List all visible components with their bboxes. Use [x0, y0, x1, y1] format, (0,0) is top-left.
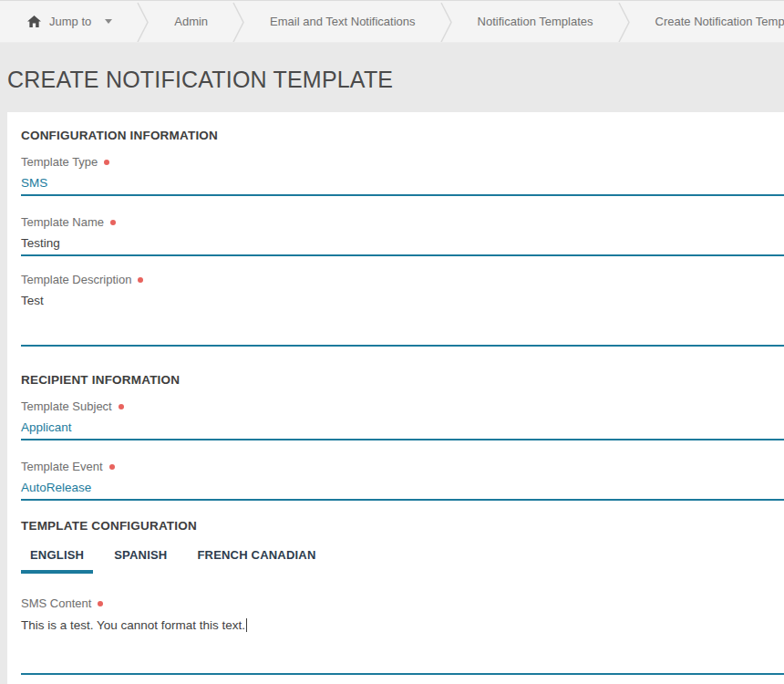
required-indicator — [110, 220, 116, 225]
template-description-textarea[interactable]: Test — [21, 294, 784, 347]
chevron-separator-icon — [617, 1, 632, 42]
breadcrumb-item-notification-templates[interactable]: Notification Templates — [454, 1, 617, 42]
template-name-label: Template Name — [21, 215, 784, 229]
template-type-select[interactable]: SMS — [21, 176, 784, 196]
required-indicator — [98, 601, 103, 606]
required-indicator — [119, 404, 124, 409]
tab-french-canadian[interactable]: FRENCH CANADIAN — [188, 548, 325, 574]
breadcrumb-item-admin[interactable]: Admin — [150, 1, 232, 42]
breadcrumb: Jump to Admin Email and Text Notificatio… — [0, 0, 784, 43]
sms-content-label: SMS Content — [21, 596, 784, 610]
chevron-separator-icon — [136, 1, 150, 42]
form-card: CONFIGURATION INFORMATION Template Type … — [7, 112, 784, 684]
sms-content-textarea[interactable]: This is a test. You cannot format this t… — [21, 618, 784, 675]
chevron-separator-icon — [232, 1, 246, 42]
tab-spanish[interactable]: SPANISH — [105, 548, 176, 574]
template-description-label: Template Description — [21, 273, 784, 286]
required-indicator — [109, 464, 115, 470]
home-icon — [27, 16, 41, 28]
page-title: CREATE NOTIFICATION TEMPLATE — [7, 67, 784, 93]
section-heading-configuration-information: CONFIGURATION INFORMATION — [21, 129, 784, 142]
required-indicator — [138, 277, 143, 283]
breadcrumb-item-email-and-text-notifications[interactable]: Email and Text Notifications — [246, 1, 438, 42]
section-heading-recipient-information: RECIPIENT INFORMATION — [21, 373, 784, 387]
template-name-input[interactable]: Testing — [21, 236, 784, 256]
language-tabs: ENGLISH SPANISH FRENCH CANADIAN — [21, 548, 784, 574]
template-event-label: Template Event — [21, 460, 784, 473]
chevron-separator-icon — [439, 1, 454, 42]
caret-down-icon — [105, 19, 112, 24]
template-type-label: Template Type — [21, 155, 784, 169]
tab-english[interactable]: ENGLISH — [21, 548, 93, 574]
page-header: CREATE NOTIFICATION TEMPLATE — [0, 43, 784, 112]
breadcrumb-item-create-notification-template: Create Notification Template — [632, 1, 784, 42]
jump-to-menu[interactable]: Jump to — [0, 1, 136, 42]
section-heading-template-configuration: TEMPLATE CONFIGURATION — [21, 519, 784, 533]
required-indicator — [104, 160, 109, 165]
text-cursor — [246, 618, 247, 632]
template-event-select[interactable]: AutoRelease — [21, 481, 784, 501]
template-subject-select[interactable]: Applicant — [21, 420, 784, 440]
jump-to-label: Jump to — [49, 15, 91, 28]
template-subject-label: Template Subject — [21, 399, 784, 413]
